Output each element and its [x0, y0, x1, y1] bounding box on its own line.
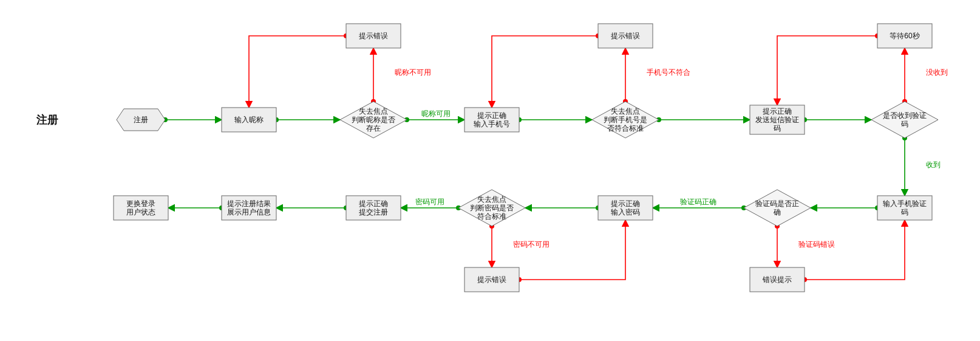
- edge-label: 密码不可用: [513, 240, 550, 249]
- section-title: 注册: [36, 114, 58, 126]
- node-label: 输入昵称: [234, 115, 264, 124]
- node-updateState: 更换登录用户状态: [114, 196, 168, 220]
- node-inputPwd: 提示正确输入密码: [598, 196, 653, 220]
- edge-label: 验证码错误: [798, 240, 835, 249]
- node-label: 提示错误: [359, 32, 388, 40]
- node-decPhone: 失去焦点判断手机号是否符合标准: [592, 102, 659, 138]
- node-decCode: 验证码是否正确: [744, 190, 811, 226]
- node-label: 提示正确输入密码: [611, 199, 640, 216]
- edges-layer: 昵称可用昵称不可用手机号不符合没收到收到验证码正确验证码错误密码可用密码不可用: [165, 36, 948, 280]
- edge-label: 手机号不符合: [647, 68, 690, 77]
- node-label: 提示错误: [477, 275, 506, 284]
- node-label: 提示错误: [611, 32, 640, 40]
- node-phoneErr: 提示错误: [598, 24, 653, 48]
- node-decNick: 失去焦点判断昵称是否存在: [340, 102, 407, 138]
- node-decPwd: 失去焦点判断密码是否符合标准: [458, 190, 525, 226]
- node-wait: 等待60秒: [877, 24, 932, 48]
- node-regResult: 提示注册结果展示用户信息: [222, 196, 276, 220]
- nodes-layer: 注册输入昵称失去焦点判断昵称是否存在提示错误提示正确输入手机号失去焦点判断手机号…: [114, 24, 938, 292]
- node-start: 注册: [117, 109, 165, 131]
- node-label: 错误提示: [762, 275, 792, 284]
- edge-label: 昵称不可用: [395, 68, 431, 77]
- edge-label: 收到: [926, 160, 941, 169]
- edge-label: 没收到: [926, 68, 948, 77]
- node-smsPrompt: 提示正确发送短信验证码: [750, 105, 805, 134]
- node-label: 注册: [134, 115, 148, 124]
- node-label: 提示正确输入手机号: [474, 111, 510, 128]
- node-codeErr: 错误提示: [750, 267, 805, 292]
- node-nick: 输入昵称: [222, 108, 276, 132]
- node-submitOk: 提示正确提交注册: [346, 196, 401, 220]
- node-nickErr: 提示错误: [346, 24, 401, 48]
- flowchart: 注册昵称可用昵称不可用手机号不符合没收到收到验证码正确验证码错误密码可用密码不可…: [0, 0, 980, 341]
- node-label: 提示正确提交注册: [359, 199, 388, 216]
- node-label: 更换登录用户状态: [126, 199, 155, 216]
- node-decSms: 是否收到验证码: [871, 102, 938, 138]
- node-label: 提示注册结果展示用户信息: [227, 199, 271, 216]
- node-inputCode: 输入手机验证码: [877, 196, 932, 220]
- edge-label: 验证码正确: [680, 198, 716, 206]
- node-phonePrompt: 提示正确输入手机号: [464, 108, 519, 132]
- node-pwdErr: 提示错误: [464, 267, 519, 292]
- edge-label: 密码可用: [415, 198, 444, 206]
- node-label: 等待60秒: [890, 32, 919, 40]
- edge-label: 昵称可用: [421, 109, 451, 118]
